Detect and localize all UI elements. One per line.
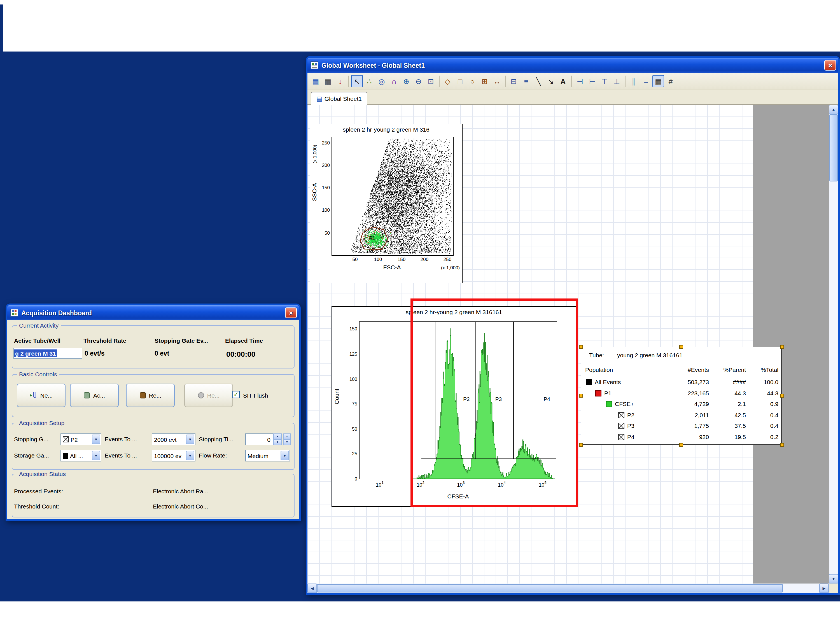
events-to-record-select[interactable]: 2000 evt ▼: [152, 433, 196, 445]
worksheet-close-button[interactable]: ×: [824, 60, 836, 71]
align-right-icon[interactable]: ⊢: [586, 75, 598, 87]
zoom-area-icon[interactable]: ⊡: [425, 75, 437, 87]
dropdown-arrow-icon[interactable]: ▼: [281, 451, 289, 460]
new-worksheet-icon[interactable]: ▤: [309, 75, 321, 87]
spinner-down-icon[interactable]: ▼: [273, 439, 282, 445]
distribute-horizontal-icon[interactable]: ∥: [628, 75, 639, 87]
resize-handle[interactable]: [780, 443, 784, 447]
zoom-in-icon[interactable]: ⊕: [400, 75, 412, 87]
vertical-scrollbar[interactable]: ▲ ▼: [829, 105, 838, 584]
select-arrow-icon[interactable]: ↖: [351, 75, 363, 87]
current-activity-group: Current Activity Active Tube/Well Thresh…: [12, 325, 295, 368]
stepper-down-icon[interactable]: ▼: [283, 439, 291, 445]
dropdown-arrow-icon: ▼: [186, 451, 194, 460]
stats-row: P31,77537.50.4: [581, 422, 781, 432]
crossed-box-icon: [63, 436, 69, 442]
dashboard-close-button[interactable]: ×: [285, 308, 297, 318]
storage-gate-label: Storage Ga...: [14, 452, 49, 459]
ne-button-1[interactable]: Ne...: [17, 384, 66, 407]
histogram-tool-icon[interactable]: ∩: [388, 75, 400, 87]
resize-handle[interactable]: [579, 394, 583, 398]
text-tool-icon[interactable]: A: [557, 75, 569, 87]
stats-tube-value: young 2 green M 316161: [617, 352, 683, 358]
scroll-up-button[interactable]: ▲: [829, 105, 838, 114]
resize-handle[interactable]: [679, 345, 683, 349]
toolbar-separator: [348, 76, 349, 87]
grid-snap-icon[interactable]: #: [665, 75, 676, 87]
dot-plot-icon[interactable]: ∴: [363, 75, 375, 87]
resize-handle[interactable]: [679, 443, 683, 447]
grid-show-icon[interactable]: ▦: [652, 75, 664, 87]
scroll-left-button[interactable]: ◀: [308, 584, 317, 593]
worksheet-window-icon: [310, 61, 319, 69]
histogram-y-tick: 150: [340, 326, 357, 332]
stats-col-events: #Events: [688, 366, 709, 373]
resize-handle[interactable]: [780, 394, 784, 398]
stopping-gate-select[interactable]: P2 ▼: [60, 433, 101, 445]
dashboard-titlebar[interactable]: Acquisition Dashboard ×: [7, 305, 299, 321]
dropdown-arrow-icon[interactable]: ▼: [92, 451, 100, 460]
scroll-down-button[interactable]: ▼: [829, 574, 838, 584]
print-icon[interactable]: ▦: [322, 75, 334, 87]
export-pdf-icon[interactable]: ↓: [334, 75, 346, 87]
sit-flush-checkbox[interactable]: ✓: [232, 391, 240, 398]
quadrant-gate-icon[interactable]: ⊞: [479, 75, 491, 87]
scatter-y-tick: 250: [314, 140, 330, 145]
acquisition-status-group: Acquisition Status Processed Events: Thr…: [12, 474, 295, 518]
align-left-icon[interactable]: ⊣: [574, 75, 586, 87]
scatter-plot-canvas[interactable]: P1: [332, 137, 453, 256]
horizontal-scrollbar[interactable]: ◀ ▶: [308, 584, 829, 593]
draw-arrow-icon[interactable]: ↘: [545, 75, 557, 87]
stopping-time-stepper-button[interactable]: ▲ ▼: [283, 433, 291, 445]
events-to-record-value: 2000 evt: [154, 436, 177, 443]
dashboard-window-icon: [10, 309, 19, 317]
rectangle-gate-icon[interactable]: □: [454, 75, 466, 87]
stopping-gate-setup-label: Stopping G...: [14, 436, 49, 442]
stats-total-value: 44.3: [767, 390, 778, 396]
toolbar-separator: [505, 76, 506, 87]
align-bottom-icon[interactable]: ⊥: [611, 75, 623, 87]
contour-plot-icon[interactable]: ◎: [376, 75, 387, 87]
threshold-rate-value: 0 evt/s: [85, 350, 105, 357]
re-button-3[interactable]: Re...: [126, 384, 175, 407]
stats-parent-value: 42.5: [734, 411, 746, 418]
ac-button-2[interactable]: Ac...: [70, 384, 119, 407]
stats-col-total: %Total: [761, 366, 778, 373]
draw-line-icon[interactable]: ╲: [532, 75, 544, 87]
polygon-gate-icon[interactable]: ◇: [442, 75, 453, 87]
resize-handle[interactable]: [579, 443, 583, 447]
dropdown-arrow-icon[interactable]: ▼: [186, 434, 194, 444]
scroll-right-button[interactable]: ▶: [819, 584, 829, 593]
hierarchy-view-icon[interactable]: ≡: [520, 75, 532, 87]
flow-rate-select[interactable]: Medium ▼: [245, 450, 290, 461]
stats-population-name: P2: [627, 411, 635, 418]
align-top-icon[interactable]: ⊤: [598, 75, 610, 87]
stopping-time-field[interactable]: 0: [245, 433, 273, 445]
dashboard-body: Current Activity Active Tube/Well Thresh…: [7, 321, 299, 519]
tab-global-sheet1[interactable]: ▤ Global Sheet1: [311, 92, 367, 105]
spinner-up-icon[interactable]: ▲: [273, 433, 282, 439]
storage-gate-select[interactable]: All ... ▼: [60, 450, 101, 461]
stepper-up-icon[interactable]: ▲: [283, 433, 291, 439]
scatter-plot[interactable]: spleen 2 hr-young 2 green M 316 (x 1,000…: [309, 124, 463, 283]
horizontal-scroll-thumb[interactable]: [317, 584, 783, 592]
active-tube-value: g 2 green M 31: [14, 349, 57, 357]
re-button-4[interactable]: Re...: [184, 384, 233, 407]
interval-gate-icon[interactable]: ↔: [491, 75, 503, 87]
stats-population-name: CFSE+: [615, 400, 634, 407]
worksheet-titlebar[interactable]: Global Worksheet - Global Sheet1 ×: [308, 58, 838, 73]
vertical-scroll-thumb[interactable]: [829, 114, 838, 182]
resize-handle[interactable]: [780, 345, 784, 349]
scatter-x-tick: 100: [370, 256, 386, 262]
statistics-table[interactable]: Tube: young 2 green M 316161 Population …: [581, 347, 782, 445]
distribute-vertical-icon[interactable]: =: [640, 75, 652, 87]
zoom-out-icon[interactable]: ⊖: [413, 75, 425, 87]
events-to-display-select[interactable]: 100000 ev ▼: [152, 450, 196, 461]
resize-handle[interactable]: [579, 345, 583, 349]
stats-view-icon[interactable]: ⊟: [508, 75, 519, 87]
active-tube-field[interactable]: g 2 green M 31: [13, 348, 82, 359]
oval-gate-icon[interactable]: ○: [466, 75, 478, 87]
stopping-time-spinner[interactable]: ▲ ▼: [273, 433, 282, 445]
dropdown-arrow-icon[interactable]: ▼: [92, 434, 100, 444]
stats-row: P22,01142.50.4: [581, 411, 781, 421]
